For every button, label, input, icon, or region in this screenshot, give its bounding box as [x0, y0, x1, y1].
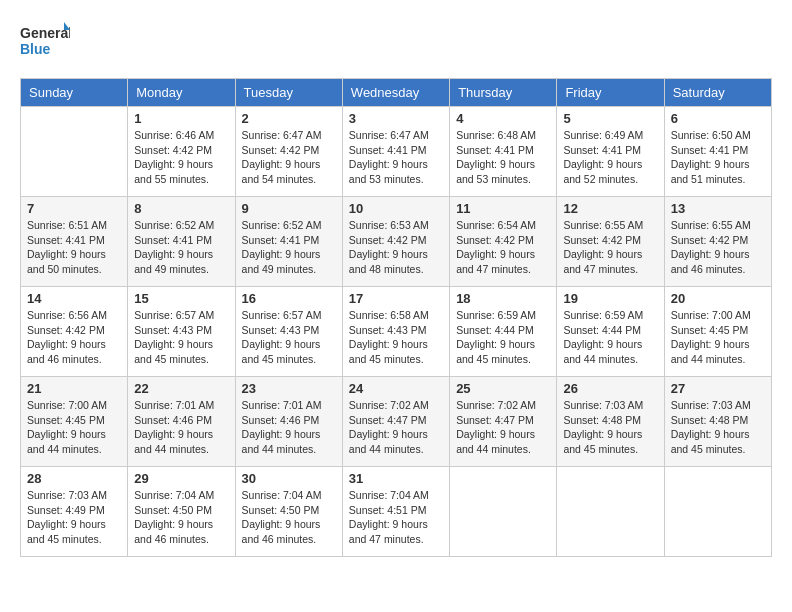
day-info: Sunrise: 6:50 AMSunset: 4:41 PMDaylight:… — [671, 128, 765, 187]
calendar-cell: 12Sunrise: 6:55 AMSunset: 4:42 PMDayligh… — [557, 197, 664, 287]
calendar-cell — [450, 467, 557, 557]
day-info: Sunrise: 7:01 AMSunset: 4:46 PMDaylight:… — [134, 398, 228, 457]
day-info: Sunrise: 7:03 AMSunset: 4:49 PMDaylight:… — [27, 488, 121, 547]
weekday-header-wednesday: Wednesday — [342, 79, 449, 107]
day-number: 5 — [563, 111, 657, 126]
day-number: 17 — [349, 291, 443, 306]
day-info: Sunrise: 6:46 AMSunset: 4:42 PMDaylight:… — [134, 128, 228, 187]
calendar-table: SundayMondayTuesdayWednesdayThursdayFrid… — [20, 78, 772, 557]
logo: General Blue — [20, 20, 70, 62]
day-number: 11 — [456, 201, 550, 216]
calendar-cell: 5Sunrise: 6:49 AMSunset: 4:41 PMDaylight… — [557, 107, 664, 197]
weekday-header-thursday: Thursday — [450, 79, 557, 107]
day-number: 16 — [242, 291, 336, 306]
page-header: General Blue — [20, 20, 772, 62]
calendar-cell: 21Sunrise: 7:00 AMSunset: 4:45 PMDayligh… — [21, 377, 128, 467]
calendar-cell: 15Sunrise: 6:57 AMSunset: 4:43 PMDayligh… — [128, 287, 235, 377]
day-number: 2 — [242, 111, 336, 126]
svg-text:General: General — [20, 25, 70, 41]
day-number: 24 — [349, 381, 443, 396]
calendar-cell: 17Sunrise: 6:58 AMSunset: 4:43 PMDayligh… — [342, 287, 449, 377]
calendar-week-2: 7Sunrise: 6:51 AMSunset: 4:41 PMDaylight… — [21, 197, 772, 287]
day-info: Sunrise: 7:02 AMSunset: 4:47 PMDaylight:… — [349, 398, 443, 457]
calendar-cell: 22Sunrise: 7:01 AMSunset: 4:46 PMDayligh… — [128, 377, 235, 467]
day-number: 31 — [349, 471, 443, 486]
day-info: Sunrise: 7:04 AMSunset: 4:50 PMDaylight:… — [134, 488, 228, 547]
day-number: 23 — [242, 381, 336, 396]
calendar-cell: 4Sunrise: 6:48 AMSunset: 4:41 PMDaylight… — [450, 107, 557, 197]
day-info: Sunrise: 6:53 AMSunset: 4:42 PMDaylight:… — [349, 218, 443, 277]
day-info: Sunrise: 6:47 AMSunset: 4:41 PMDaylight:… — [349, 128, 443, 187]
calendar-cell: 19Sunrise: 6:59 AMSunset: 4:44 PMDayligh… — [557, 287, 664, 377]
calendar-cell: 25Sunrise: 7:02 AMSunset: 4:47 PMDayligh… — [450, 377, 557, 467]
calendar-cell: 2Sunrise: 6:47 AMSunset: 4:42 PMDaylight… — [235, 107, 342, 197]
calendar-week-4: 21Sunrise: 7:00 AMSunset: 4:45 PMDayligh… — [21, 377, 772, 467]
day-number: 26 — [563, 381, 657, 396]
day-info: Sunrise: 6:52 AMSunset: 4:41 PMDaylight:… — [242, 218, 336, 277]
day-number: 15 — [134, 291, 228, 306]
day-number: 22 — [134, 381, 228, 396]
day-number: 20 — [671, 291, 765, 306]
day-number: 21 — [27, 381, 121, 396]
day-number: 25 — [456, 381, 550, 396]
calendar-cell: 20Sunrise: 7:00 AMSunset: 4:45 PMDayligh… — [664, 287, 771, 377]
day-number: 18 — [456, 291, 550, 306]
day-number: 14 — [27, 291, 121, 306]
day-info: Sunrise: 6:59 AMSunset: 4:44 PMDaylight:… — [456, 308, 550, 367]
calendar-cell: 18Sunrise: 6:59 AMSunset: 4:44 PMDayligh… — [450, 287, 557, 377]
day-info: Sunrise: 6:48 AMSunset: 4:41 PMDaylight:… — [456, 128, 550, 187]
calendar-cell: 10Sunrise: 6:53 AMSunset: 4:42 PMDayligh… — [342, 197, 449, 287]
calendar-cell: 9Sunrise: 6:52 AMSunset: 4:41 PMDaylight… — [235, 197, 342, 287]
calendar-cell: 16Sunrise: 6:57 AMSunset: 4:43 PMDayligh… — [235, 287, 342, 377]
weekday-header-monday: Monday — [128, 79, 235, 107]
day-number: 27 — [671, 381, 765, 396]
day-info: Sunrise: 7:00 AMSunset: 4:45 PMDaylight:… — [671, 308, 765, 367]
calendar-cell: 13Sunrise: 6:55 AMSunset: 4:42 PMDayligh… — [664, 197, 771, 287]
calendar-cell: 24Sunrise: 7:02 AMSunset: 4:47 PMDayligh… — [342, 377, 449, 467]
day-info: Sunrise: 6:57 AMSunset: 4:43 PMDaylight:… — [242, 308, 336, 367]
calendar-week-1: 1Sunrise: 6:46 AMSunset: 4:42 PMDaylight… — [21, 107, 772, 197]
calendar-cell: 27Sunrise: 7:03 AMSunset: 4:48 PMDayligh… — [664, 377, 771, 467]
day-info: Sunrise: 6:51 AMSunset: 4:41 PMDaylight:… — [27, 218, 121, 277]
calendar-cell — [557, 467, 664, 557]
calendar-cell: 26Sunrise: 7:03 AMSunset: 4:48 PMDayligh… — [557, 377, 664, 467]
day-info: Sunrise: 6:55 AMSunset: 4:42 PMDaylight:… — [671, 218, 765, 277]
day-number: 28 — [27, 471, 121, 486]
calendar-cell: 28Sunrise: 7:03 AMSunset: 4:49 PMDayligh… — [21, 467, 128, 557]
svg-text:Blue: Blue — [20, 41, 51, 57]
day-info: Sunrise: 6:52 AMSunset: 4:41 PMDaylight:… — [134, 218, 228, 277]
day-number: 6 — [671, 111, 765, 126]
day-number: 3 — [349, 111, 443, 126]
day-info: Sunrise: 6:47 AMSunset: 4:42 PMDaylight:… — [242, 128, 336, 187]
day-info: Sunrise: 6:57 AMSunset: 4:43 PMDaylight:… — [134, 308, 228, 367]
day-info: Sunrise: 7:03 AMSunset: 4:48 PMDaylight:… — [671, 398, 765, 457]
weekday-header-row: SundayMondayTuesdayWednesdayThursdayFrid… — [21, 79, 772, 107]
day-info: Sunrise: 6:58 AMSunset: 4:43 PMDaylight:… — [349, 308, 443, 367]
day-number: 30 — [242, 471, 336, 486]
day-number: 12 — [563, 201, 657, 216]
day-number: 4 — [456, 111, 550, 126]
calendar-cell: 29Sunrise: 7:04 AMSunset: 4:50 PMDayligh… — [128, 467, 235, 557]
calendar-cell — [664, 467, 771, 557]
day-number: 1 — [134, 111, 228, 126]
day-info: Sunrise: 6:56 AMSunset: 4:42 PMDaylight:… — [27, 308, 121, 367]
calendar-cell: 30Sunrise: 7:04 AMSunset: 4:50 PMDayligh… — [235, 467, 342, 557]
calendar-cell: 8Sunrise: 6:52 AMSunset: 4:41 PMDaylight… — [128, 197, 235, 287]
calendar-cell: 1Sunrise: 6:46 AMSunset: 4:42 PMDaylight… — [128, 107, 235, 197]
weekday-header-friday: Friday — [557, 79, 664, 107]
day-number: 9 — [242, 201, 336, 216]
day-info: Sunrise: 7:04 AMSunset: 4:50 PMDaylight:… — [242, 488, 336, 547]
calendar-week-3: 14Sunrise: 6:56 AMSunset: 4:42 PMDayligh… — [21, 287, 772, 377]
calendar-cell: 7Sunrise: 6:51 AMSunset: 4:41 PMDaylight… — [21, 197, 128, 287]
day-number: 13 — [671, 201, 765, 216]
day-info: Sunrise: 7:01 AMSunset: 4:46 PMDaylight:… — [242, 398, 336, 457]
day-number: 8 — [134, 201, 228, 216]
weekday-header-sunday: Sunday — [21, 79, 128, 107]
calendar-cell: 11Sunrise: 6:54 AMSunset: 4:42 PMDayligh… — [450, 197, 557, 287]
day-number: 10 — [349, 201, 443, 216]
calendar-cell: 31Sunrise: 7:04 AMSunset: 4:51 PMDayligh… — [342, 467, 449, 557]
day-number: 29 — [134, 471, 228, 486]
logo-svg: General Blue — [20, 20, 70, 62]
day-info: Sunrise: 6:49 AMSunset: 4:41 PMDaylight:… — [563, 128, 657, 187]
day-number: 19 — [563, 291, 657, 306]
